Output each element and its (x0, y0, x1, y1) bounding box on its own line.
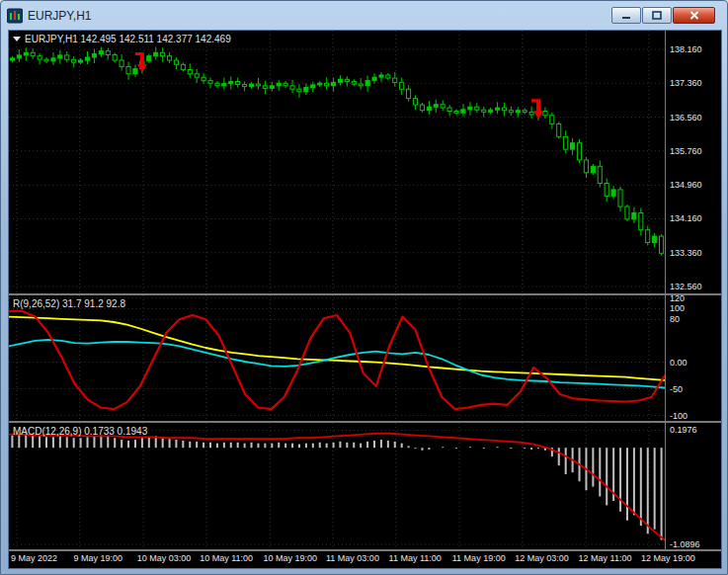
oscillator-label-text: R(9,26,52) 31.7 91.2 92.8 (13, 298, 125, 309)
ohlc-text: EURJPY,H1 142.495 142.511 142.377 142.46… (25, 34, 231, 44)
time-label: 9 May 2022 (11, 554, 57, 563)
axis-label: 134.160 (670, 214, 702, 223)
time-label: 11 May 19:00 (452, 554, 506, 563)
close-icon (689, 11, 699, 20)
time-label: 12 May 03:00 (515, 554, 569, 563)
price-axis[interactable]: 138.160137.360136.560135.760134.960134.1… (665, 31, 721, 293)
macd-plot[interactable]: MACD(12,26,9) 0.1733 0.1943 (9, 423, 665, 549)
axis-label: 137.360 (670, 79, 702, 88)
app-icon (7, 8, 23, 24)
titlebar[interactable]: EURJPY,H1 (1, 1, 727, 30)
macd-label: MACD(12,26,9) 0.1733 0.1943 (13, 426, 147, 437)
time-label: 12 May 11:00 (579, 554, 632, 563)
oscillator-axis[interactable]: 120100800.00-50-100 (665, 295, 721, 421)
price-chart-panel: EURJPY,H1 142.495 142.511 142.377 142.46… (9, 31, 721, 293)
minimize-icon (621, 11, 631, 20)
time-label: 10 May 19:00 (263, 554, 317, 563)
symbol-dropdown-icon (13, 37, 21, 41)
time-label: 11 May 03:00 (326, 554, 379, 563)
ohlc-label: EURJPY,H1 142.495 142.511 142.377 142.46… (13, 34, 231, 44)
time-label: 9 May 19:00 (73, 554, 122, 563)
axis-label: 138.160 (670, 44, 702, 53)
time-label: 11 May 11:00 (389, 554, 442, 563)
app-window: EURJPY,H1 (0, 0, 728, 575)
axis-label: 132.560 (670, 283, 702, 291)
time-label: 12 May 19:00 (641, 554, 695, 563)
macd-panel: MACD(12,26,9) 0.1733 0.1943 0.1976-1.089… (9, 423, 721, 549)
candlestick-canvas (9, 31, 665, 293)
axis-label: 0.1976 (670, 426, 697, 435)
axis-label: 0.00 (670, 358, 688, 367)
time-label: 10 May 11:00 (200, 554, 253, 563)
oscillator-panel: R(9,26,52) 31.7 91.2 92.8 120100800.00-5… (9, 295, 721, 421)
time-label: 10 May 03:00 (137, 554, 192, 563)
sell-arrow-icon (531, 99, 543, 119)
axis-label: 120 (670, 293, 685, 302)
oscillator-plot[interactable]: R(9,26,52) 31.7 91.2 92.8 (9, 295, 665, 421)
oscillator-canvas (9, 295, 665, 421)
chart-client-area: EURJPY,H1 142.495 142.511 142.377 142.46… (8, 30, 722, 569)
minimize-button[interactable] (611, 7, 641, 24)
maximize-button[interactable] (642, 7, 672, 24)
axis-label: -100 (670, 411, 688, 420)
oscillator-label: R(9,26,52) 31.7 91.2 92.8 (13, 298, 125, 309)
time-axis[interactable]: 9 May 20229 May 19:0010 May 03:0010 May … (9, 551, 721, 568)
price-chart-plot[interactable]: EURJPY,H1 142.495 142.511 142.377 142.46… (9, 31, 665, 293)
maximize-icon (652, 11, 662, 20)
axis-label: 133.360 (670, 248, 702, 257)
axis-label: 134.960 (670, 181, 702, 190)
axis-label: 80 (670, 315, 680, 324)
macd-axis[interactable]: 0.1976-1.0896 (665, 423, 721, 549)
axis-label: 135.760 (670, 146, 702, 155)
close-button[interactable] (673, 7, 715, 24)
macd-canvas (9, 423, 665, 549)
axis-label: 136.560 (670, 113, 702, 122)
axis-label: 100 (670, 304, 685, 313)
macd-label-text: MACD(12,26,9) 0.1733 0.1943 (13, 426, 147, 437)
window-title: EURJPY,H1 (28, 9, 91, 23)
axis-label: -1.0896 (670, 539, 700, 548)
window-controls (611, 7, 721, 24)
axis-label: -50 (670, 384, 683, 393)
